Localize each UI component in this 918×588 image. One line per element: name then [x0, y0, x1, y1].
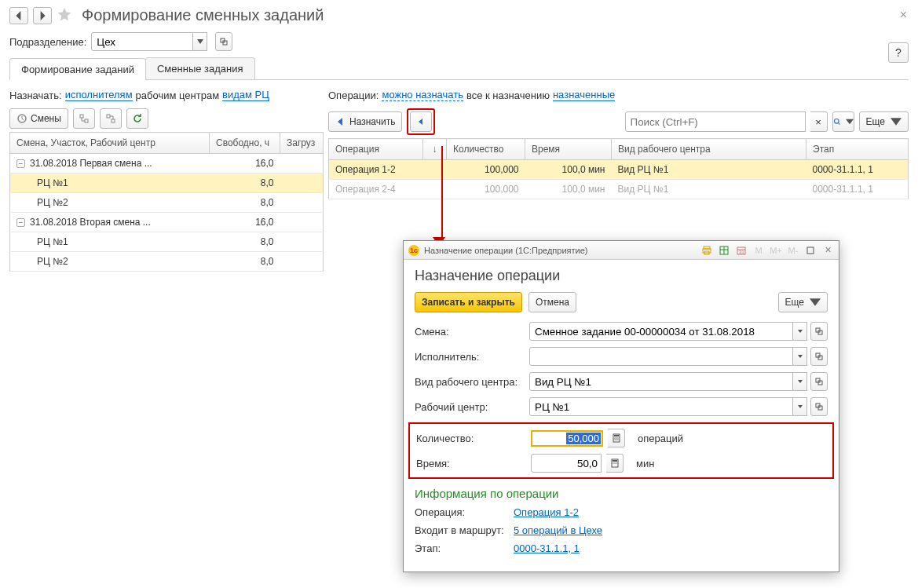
col-operation[interactable]: Операция [329, 139, 423, 160]
svg-rect-5 [107, 115, 110, 118]
refresh-button[interactable] [126, 108, 148, 129]
svg-point-33 [613, 462, 613, 463]
wctype-input[interactable] [529, 372, 793, 391]
assign-dialog: 1c Назначение операции (1С:Предприятие) … [403, 240, 839, 572]
dialog-titlebar[interactable]: 1c Назначение операции (1С:Предприятие) … [404, 241, 839, 260]
dialog-heading: Назначение операции [415, 268, 828, 284]
shifts-button[interactable]: Смены [9, 108, 68, 129]
time-input[interactable] [531, 454, 602, 473]
shifts-grid[interactable]: Смена, Участок, Рабочий центр Свободно, … [9, 132, 324, 272]
grid-row[interactable]: Операция 1-2 100,000 100,0 мин Вид РЦ №1… [329, 160, 909, 180]
save-close-button[interactable]: Записать и закрыть [415, 292, 522, 312]
quantity-unit: операций [638, 433, 683, 444]
close-icon[interactable]: × [900, 8, 907, 22]
wctype-open[interactable] [810, 372, 828, 391]
assign-partial-highlight [407, 108, 435, 135]
col-qty[interactable]: Количество [447, 139, 525, 160]
performer-input[interactable] [529, 347, 793, 366]
svg-rect-14 [807, 247, 814, 254]
svg-point-27 [617, 437, 618, 438]
table-icon[interactable] [718, 244, 730, 257]
col-sort[interactable]: ↓ [423, 139, 447, 160]
cancel-button[interactable]: Отмена [528, 292, 576, 312]
col-stage[interactable]: Этап [806, 139, 909, 160]
dialog-more-button[interactable]: Еще [778, 292, 828, 312]
quantity-time-highlight: Количество: 50,000 операций Время: мин [408, 422, 834, 479]
more-button[interactable]: Еще [859, 111, 909, 132]
shift-input[interactable] [529, 322, 793, 341]
wc-label: Рабочий центр: [415, 401, 525, 413]
grid-row[interactable]: РЦ №18,0 [10, 173, 324, 193]
wc-dropdown[interactable] [793, 397, 807, 416]
svg-point-28 [614, 439, 615, 440]
assign-wctypes-link[interactable]: видам РЦ [222, 89, 269, 101]
tab-shift-tasks[interactable]: Сменные задания [145, 57, 255, 79]
shift-open[interactable] [810, 322, 828, 341]
wctype-label: Вид рабочего центра: [415, 376, 525, 388]
info-stage-link[interactable]: 0000-31.1.1, 1 [514, 542, 580, 554]
tab-formation[interactable]: Формирование заданий [9, 58, 146, 80]
info-operation-link[interactable]: Операция 1-2 [514, 506, 579, 518]
grid-row[interactable]: Операция 2-4 100,000 100,0 мин Вид РЦ №1… [329, 180, 909, 199]
nav-back-button[interactable] [9, 7, 28, 24]
assign-label: Назначать: [9, 89, 62, 101]
col-wctype[interactable]: Вид рабочего центра [612, 139, 806, 160]
app-logo-icon: 1c [408, 245, 419, 256]
nav-forward-button[interactable] [33, 7, 52, 24]
svg-point-35 [616, 462, 616, 463]
svg-rect-24 [614, 435, 619, 436]
print-icon[interactable] [700, 244, 713, 257]
collapse-all-button[interactable] [100, 108, 122, 129]
col-load[interactable]: Загруз [280, 133, 324, 154]
subdivision-dropdown-button[interactable] [193, 32, 207, 51]
search-clear-button[interactable]: × [810, 111, 828, 132]
grid-row[interactable]: −31.08.2018 Первая смена ...16,0 [10, 154, 324, 173]
maximize-icon[interactable] [804, 244, 817, 257]
search-button[interactable] [832, 111, 854, 132]
svg-point-34 [614, 462, 615, 463]
col-shift[interactable]: Смена, Участок, Рабочий центр [10, 133, 210, 154]
col-free[interactable]: Свободно, ч [210, 133, 280, 154]
svg-rect-6 [112, 119, 115, 122]
grid-row[interactable]: РЦ №18,0 [10, 232, 324, 252]
performer-dropdown[interactable] [793, 347, 807, 366]
col-time[interactable]: Время [525, 139, 612, 160]
shift-label: Смена: [415, 326, 525, 338]
svg-point-26 [616, 437, 616, 438]
help-button[interactable]: ? [888, 42, 909, 63]
subdivision-open-button[interactable] [215, 32, 232, 51]
search-input[interactable] [625, 111, 806, 132]
assign-partial-button[interactable] [410, 111, 432, 132]
assign-button[interactable]: Назначить [328, 111, 402, 132]
wctype-dropdown[interactable] [793, 372, 807, 391]
info-route-label: Входит в маршрут: [415, 524, 509, 536]
grid-row[interactable]: −31.08.2018 Вторая смена ...16,0 [10, 213, 324, 232]
svg-text:31: 31 [739, 250, 744, 254]
shift-dropdown[interactable] [793, 322, 807, 341]
favorite-star-icon[interactable] [57, 6, 72, 24]
performer-open[interactable] [810, 347, 828, 366]
quantity-calculator-button[interactable] [608, 429, 625, 447]
expander-icon[interactable]: − [16, 159, 25, 168]
svg-point-7 [834, 119, 839, 123]
operations-grid[interactable]: Операция ↓ Количество Время Вид рабочего… [328, 138, 909, 199]
grid-row[interactable]: РЦ №28,0 [10, 252, 324, 272]
ops-can-assign-link[interactable]: можно назначать [382, 89, 463, 101]
time-calculator-button[interactable] [606, 454, 624, 473]
svg-point-25 [614, 437, 615, 438]
assign-performers-link[interactable]: исполнителям [65, 89, 133, 101]
ops-assigned-link[interactable]: назначенные [553, 89, 615, 101]
grid-row[interactable]: РЦ №28,0 [10, 193, 324, 213]
dialog-close-icon[interactable]: ✕ [821, 244, 834, 257]
quantity-input[interactable]: 50,000 [566, 433, 601, 444]
info-route-link[interactable]: 5 операций в Цехе [514, 524, 602, 536]
subdivision-input[interactable] [91, 32, 193, 51]
wc-open[interactable] [810, 397, 828, 416]
subdivision-label: Подразделение: [9, 36, 86, 48]
expander-icon[interactable]: − [16, 218, 25, 227]
svg-rect-4 [85, 119, 88, 122]
wc-input[interactable] [529, 397, 793, 416]
expand-all-button[interactable] [73, 108, 95, 129]
performer-label: Исполнитель: [415, 351, 525, 363]
calendar-icon[interactable]: 31 [735, 244, 748, 257]
